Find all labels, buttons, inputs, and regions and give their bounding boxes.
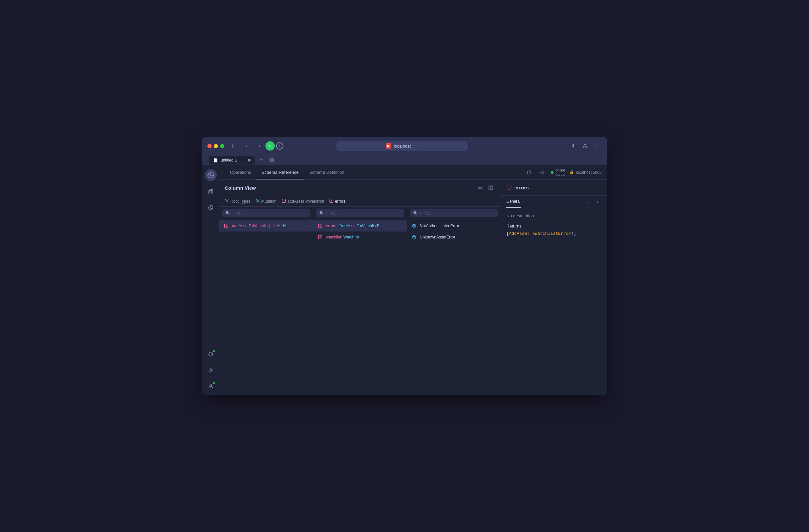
dropdown-icon[interactable]: ▾ <box>242 142 251 149</box>
online-status: online status <box>551 168 565 176</box>
column-2-search: 🔍 <box>313 207 407 220</box>
returns-label: Returns <box>506 224 602 229</box>
browser-window: ▾ ‹ G i ▶ localhost ··· <box>202 137 607 395</box>
search-input-2[interactable] <box>326 211 401 216</box>
no-description-text: No description <box>506 213 602 218</box>
panel-nav-arrows: ‹ › <box>584 198 602 206</box>
column-2-items: errors: [AddAssetToWatchlistEr... › <box>313 220 407 395</box>
browser-actions: ⬇ + <box>568 141 602 150</box>
info-icon[interactable]: i <box>276 142 283 149</box>
breadcrumb: Root Types › Mutation <box>219 196 501 207</box>
tab-operations[interactable]: Operations <box>225 166 257 179</box>
tab-unsaved-dot <box>248 159 251 161</box>
panel-title: errors <box>514 185 529 190</box>
tab-bar: 📄 untitled 1 + <box>207 155 602 165</box>
minimize-button[interactable] <box>214 144 218 148</box>
app-logo[interactable] <box>205 169 217 181</box>
mutation-icon <box>256 199 260 203</box>
svg-rect-16 <box>478 186 482 187</box>
list-item[interactable]: NotAuthenticatedError › <box>407 220 501 231</box>
svg-rect-18 <box>489 186 490 190</box>
field-icon-1 <box>282 199 286 203</box>
item-arrow-1: › <box>308 224 309 228</box>
breadcrumb-root-types[interactable]: Root Types <box>225 199 250 203</box>
grammarly-icon[interactable]: G <box>265 141 275 150</box>
search-input-wrap-1[interactable]: 🔍 <box>222 209 310 217</box>
returns-bang: ! <box>571 231 574 236</box>
column-2: 🔍 <box>313 207 407 395</box>
share-icon[interactable] <box>580 141 590 150</box>
search-input-wrap-2[interactable]: 🔍 <box>316 209 404 217</box>
not-auth-error-icon <box>411 223 417 229</box>
user-badge <box>212 382 216 385</box>
columns-container: 🔍 <box>219 207 501 395</box>
refresh-button[interactable] <box>524 168 534 177</box>
svg-rect-3 <box>270 158 272 160</box>
header-actions: online status 🔒 localhost:5000 <box>524 168 602 177</box>
breadcrumb-addAsset-label: addAssetToWatchlist <box>287 199 324 203</box>
list-item[interactable]: addAssetToWatchlist(...): AddA... › <box>219 220 313 231</box>
search-input-wrap-3[interactable]: 🔍 <box>410 209 498 217</box>
svg-rect-19 <box>491 186 493 190</box>
root-types-icon <box>225 199 229 203</box>
traffic-lights <box>207 144 224 148</box>
sidebar-item-sync[interactable] <box>205 349 216 359</box>
browser-chrome: ▾ ‹ G i ▶ localhost ··· <box>202 137 607 165</box>
list-item[interactable]: UnknownAssetError › <box>407 231 501 243</box>
sidebar-item-copy[interactable] <box>205 187 216 197</box>
breadcrumb-sep-2: › <box>278 199 280 203</box>
url-text: localhost <box>394 144 411 148</box>
sidebar-item-user[interactable] <box>205 381 216 391</box>
breadcrumb-mutation[interactable]: Mutation <box>256 199 276 203</box>
search-input-1[interactable] <box>232 211 307 216</box>
column-view: Column View <box>219 180 501 395</box>
address-bar[interactable]: ▶ localhost ··· <box>335 141 468 151</box>
settings-button[interactable] <box>537 168 547 177</box>
column-view-button[interactable] <box>486 184 495 192</box>
panel-nav: General ‹ › <box>501 196 607 208</box>
tab-schema-definition[interactable]: Schema Definition <box>304 166 350 179</box>
bracket-close: ] <box>574 231 576 236</box>
sync-badge <box>212 350 216 353</box>
list-item[interactable]: watchlist: Watchlist › <box>313 231 407 243</box>
svg-point-15 <box>541 172 543 173</box>
item-arrow-not-auth: › <box>495 224 497 228</box>
column-3-items: NotAuthenticatedError › <box>407 220 501 395</box>
sidebar-toggle-icon[interactable] <box>228 142 238 149</box>
search-icon-3: 🔍 <box>413 211 418 216</box>
panel-type-icon <box>506 184 512 191</box>
errors-field-icon <box>317 223 323 229</box>
back-button[interactable]: ‹ <box>255 141 264 150</box>
item-name-not-auth: NotAuthenticatedError <box>420 224 493 228</box>
svg-point-13 <box>210 370 211 371</box>
item-name-watchlist: watchlist: Watchlist <box>326 235 399 240</box>
panel-tab-general[interactable]: General <box>506 196 521 208</box>
address-more-icon[interactable]: ··· <box>413 143 418 149</box>
server-address: localhost:5000 <box>576 170 602 175</box>
right-panel-header: errors <box>501 180 607 196</box>
schema-area: Column View <box>219 180 607 395</box>
new-tab-button[interactable]: + <box>257 155 266 164</box>
sidebar-item-history[interactable] <box>205 202 216 213</box>
svg-rect-5 <box>270 160 272 162</box>
breadcrumb-errors[interactable]: errors <box>329 199 345 203</box>
sidebar-item-settings[interactable] <box>205 365 216 375</box>
search-input-3[interactable] <box>420 211 495 216</box>
svg-point-14 <box>210 385 212 386</box>
item-name-errors: errors: [AddAssetToWatchlistEr... <box>326 224 399 228</box>
breadcrumb-addAssetToWatchlist[interactable]: addAssetToWatchlist <box>282 199 324 203</box>
list-item[interactable]: errors: [AddAssetToWatchlistEr... › <box>313 220 407 231</box>
tab-schema-reference[interactable]: Schema Reference <box>257 166 304 179</box>
panel-forward-arrow[interactable]: › <box>593 198 602 206</box>
maximize-button[interactable] <box>220 144 224 148</box>
unknown-asset-error-icon <box>411 234 417 240</box>
download-icon[interactable]: ⬇ <box>568 141 578 150</box>
close-button[interactable] <box>207 144 212 148</box>
tab-grid-icon[interactable] <box>267 155 276 164</box>
panel-back-arrow[interactable]: ‹ <box>584 198 592 206</box>
new-tab-icon[interactable]: + <box>592 141 602 150</box>
item-arrow-unknown-asset: › <box>495 235 497 239</box>
browser-tab-untitled[interactable]: 📄 untitled 1 <box>209 156 255 164</box>
list-view-button[interactable] <box>476 184 485 192</box>
column-view-header: Column View <box>219 180 501 196</box>
